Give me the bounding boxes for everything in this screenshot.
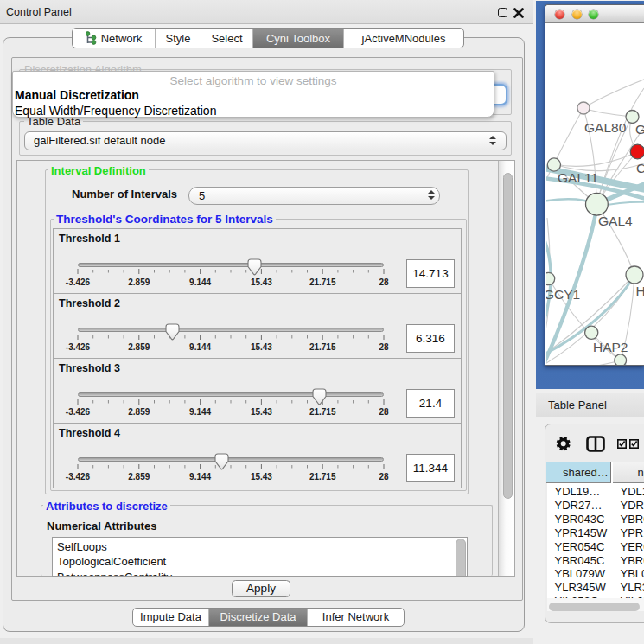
svg-text:GA: GA (635, 122, 644, 137)
svg-text:C: C (636, 161, 644, 175)
svg-text:GAL11: GAL11 (558, 170, 598, 185)
svg-text:GAL80: GAL80 (584, 120, 627, 135)
svg-text:HAP2: HAP2 (593, 340, 628, 354)
svg-text:H: H (636, 284, 644, 298)
svg-text:GCY1: GCY1 (546, 287, 580, 302)
svg-text:GAL4: GAL4 (598, 214, 633, 228)
